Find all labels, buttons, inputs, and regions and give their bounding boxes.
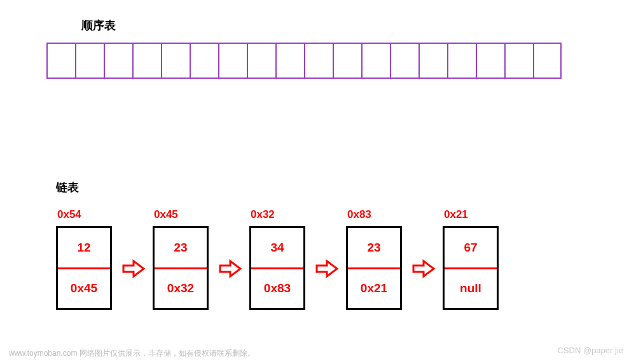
array-cell (418, 43, 447, 79)
array-cell (190, 43, 218, 79)
node-next: 0x21 (348, 269, 400, 309)
linked-list-row: 0x54120x45 0x45230x32 0x32340x83 0x83230… (56, 208, 505, 310)
node-next: null (445, 269, 497, 309)
node-value: 12 (58, 228, 110, 269)
array-cell (447, 43, 476, 79)
watermark-right: CSDN @paper jie (557, 346, 623, 355)
node-value: 23 (348, 228, 400, 269)
array-cell (304, 43, 333, 79)
node-value: 67 (445, 228, 497, 269)
array-cell (533, 43, 562, 79)
linked-node: 0x54120x45 (56, 208, 112, 310)
array-cell (104, 43, 132, 79)
array-cell (247, 43, 275, 79)
array-cell (504, 43, 533, 79)
node-box: 230x32 (153, 226, 209, 310)
node-value: 23 (155, 228, 207, 269)
node-box: 67null (443, 226, 499, 310)
array-row (46, 43, 562, 79)
linked-node: 0x32340x83 (249, 208, 305, 310)
linked-node: 0x2167null (443, 208, 499, 310)
node-next: 0x83 (251, 269, 303, 309)
array-cell (390, 43, 418, 79)
array-cell (476, 43, 504, 79)
arrow-icon (122, 259, 146, 278)
linked-node: 0x83230x21 (346, 208, 402, 310)
node-box: 230x21 (346, 226, 402, 310)
array-cell (361, 43, 390, 79)
node-box: 120x45 (56, 226, 112, 310)
node-address: 0x21 (444, 208, 468, 221)
array-title: 顺序表 (81, 18, 116, 33)
node-next: 0x32 (155, 269, 207, 309)
array-cell (275, 43, 304, 79)
node-box: 340x83 (249, 226, 305, 310)
linked-list-title: 链表 (56, 180, 79, 195)
node-address: 0x45 (154, 208, 178, 221)
watermark-left: www.toymoban.com 网络图片仅供展示，非存储，如有侵权请联系删除。 (9, 348, 255, 359)
node-address: 0x83 (347, 208, 371, 221)
array-cell (161, 43, 190, 79)
linked-node: 0x45230x32 (153, 208, 209, 310)
arrow-icon (315, 259, 340, 278)
array-cell (218, 43, 247, 79)
node-address: 0x54 (57, 208, 81, 221)
node-value: 34 (251, 228, 303, 269)
node-next: 0x45 (58, 269, 110, 309)
array-cell (75, 43, 104, 79)
node-address: 0x32 (251, 208, 275, 221)
arrow-icon (412, 259, 436, 278)
array-cell (46, 43, 75, 79)
array-cell (132, 43, 161, 79)
arrow-icon (219, 259, 243, 278)
array-cell (333, 43, 361, 79)
